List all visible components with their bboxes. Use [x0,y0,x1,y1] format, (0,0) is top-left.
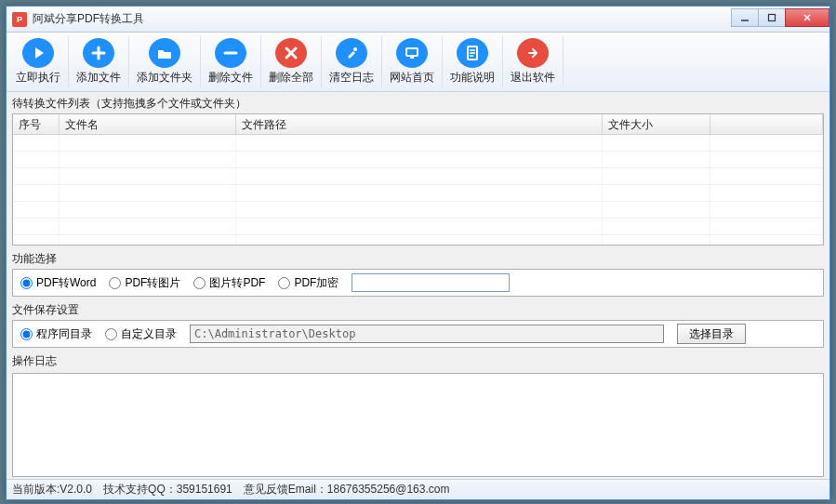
cell-tail [710,168,823,184]
monitor-icon [396,38,428,68]
status-email: 意见反馈Email：18676355256@163.com [244,482,450,497]
radio-encrypt-label: PDF加密 [294,275,338,291]
exit-icon [517,38,549,68]
clear-log-button[interactable]: 清空日志 [322,36,382,87]
cell-path [236,185,603,201]
brush-icon [336,38,367,68]
remove-file-button[interactable]: 删除文件 [201,36,261,87]
radio-same-dir-label: 程序同目录 [36,326,92,342]
radio-pdf2word[interactable]: PDF转Word [20,275,96,291]
toolbar: 立即执行添加文件添加文件夹删除文件删除全部清空日志网站首页功能说明退出软件 [7,33,829,92]
function-select-row: PDF转Word PDF转图片 图片转PDF PDF加密 [12,269,824,297]
content-area: 待转换文件列表（支持拖拽多个文件或文件夹） 序号 文件名 文件路径 文件大小 功… [7,92,829,479]
cell-name [60,152,236,167]
cell-path [236,202,603,218]
radio-same-dir-input[interactable] [20,328,33,340]
save-settings-panel: 文件保存设置 程序同目录 自定义目录 选择目录 [12,300,824,348]
cell-size [603,185,710,201]
function-select-panel: 功能选择 PDF转Word PDF转图片 图片转PDF PDF加密 [12,249,824,297]
radio-encrypt-input[interactable] [278,277,290,289]
window-title: 阿斌分享PDF转换工具 [33,11,732,27]
exit-button[interactable]: 退出软件 [503,36,564,87]
log-label: 操作日志 [12,353,824,369]
maximize-button[interactable] [758,8,786,27]
encrypt-password-input[interactable] [352,273,510,292]
radio-img2pdf-input[interactable] [193,277,206,289]
radio-pdf2word-input[interactable] [20,277,33,289]
cell-name [60,185,236,201]
status-qq-value: 359151691 [177,483,232,496]
svg-rect-4 [406,48,418,56]
remove-all-label: 删除全部 [269,70,313,86]
cell-size [603,235,710,245]
run-button[interactable]: 立即执行 [8,36,69,87]
cell-name [60,202,236,218]
col-path[interactable]: 文件路径 [236,114,603,134]
table-row[interactable] [13,168,823,185]
radio-pdf2img[interactable]: PDF转图片 [109,275,180,291]
save-settings-label: 文件保存设置 [12,302,824,318]
website-button[interactable]: 网站首页 [382,36,443,87]
cell-path [236,235,603,245]
table-row[interactable] [13,185,823,202]
cell-size [603,219,710,234]
cell-index [13,202,60,218]
cell-index [13,235,60,245]
run-label: 立即执行 [16,70,60,86]
radio-encrypt[interactable]: PDF加密 [278,275,338,291]
cell-name [60,168,236,184]
cell-index [13,185,60,201]
status-version-value: V2.0.0 [60,483,92,496]
table-body[interactable] [13,135,823,245]
radio-custom-dir[interactable]: 自定义目录 [105,326,177,342]
titlebar: P 阿斌分享PDF转换工具 [7,7,829,33]
radio-img2pdf[interactable]: 图片转PDF [193,275,265,291]
add-file-button[interactable]: 添加文件 [69,36,129,87]
website-label: 网站首页 [390,70,434,86]
table-row[interactable] [13,152,823,168]
function-select-label: 功能选择 [12,251,824,267]
radio-same-dir[interactable]: 程序同目录 [20,326,92,342]
cell-index [13,219,60,234]
col-tail[interactable] [710,114,823,134]
table-row[interactable] [13,135,823,152]
cell-index [13,152,60,167]
add-folder-button[interactable]: 添加文件夹 [129,36,201,87]
table-row[interactable] [13,235,823,245]
svg-marker-2 [35,47,44,59]
col-index[interactable]: 序号 [13,114,60,134]
col-size[interactable]: 文件大小 [603,114,710,134]
file-list-label: 待转换文件列表（支持拖拽多个文件或文件夹） [12,96,824,112]
cell-tail [710,219,823,234]
status-version-label: 当前版本: [12,483,60,496]
choose-dir-button[interactable]: 选择目录 [677,324,746,344]
minimize-icon [740,13,750,22]
cell-tail [710,185,823,201]
help-button[interactable]: 功能说明 [443,36,503,87]
table-row[interactable] [13,219,823,235]
add-file-label: 添加文件 [76,70,121,86]
cell-index [13,168,60,184]
table-row[interactable] [13,202,823,219]
close-icon [803,13,812,22]
save-path-input[interactable] [190,325,664,343]
cell-name [60,235,236,245]
remove-all-button[interactable]: 删除全部 [261,36,322,87]
cell-tail [710,135,823,151]
radio-custom-dir-label: 自定义目录 [121,326,177,342]
radio-custom-dir-input[interactable] [105,328,117,340]
minimize-button[interactable] [731,8,759,27]
play-icon [22,38,54,68]
close-button[interactable] [785,8,829,27]
col-name[interactable]: 文件名 [60,114,236,134]
remove-file-label: 删除文件 [208,70,253,86]
app-icon: P [12,12,27,27]
table-header: 序号 文件名 文件路径 文件大小 [13,114,823,135]
save-settings-row: 程序同目录 自定义目录 选择目录 [12,320,824,348]
minus-icon [215,38,246,68]
log-textarea[interactable] [12,373,824,477]
file-list-table: 序号 文件名 文件路径 文件大小 [12,113,824,245]
radio-pdf2img-input[interactable] [109,277,121,289]
add-folder-label: 添加文件夹 [137,70,192,86]
svg-point-3 [353,47,357,51]
